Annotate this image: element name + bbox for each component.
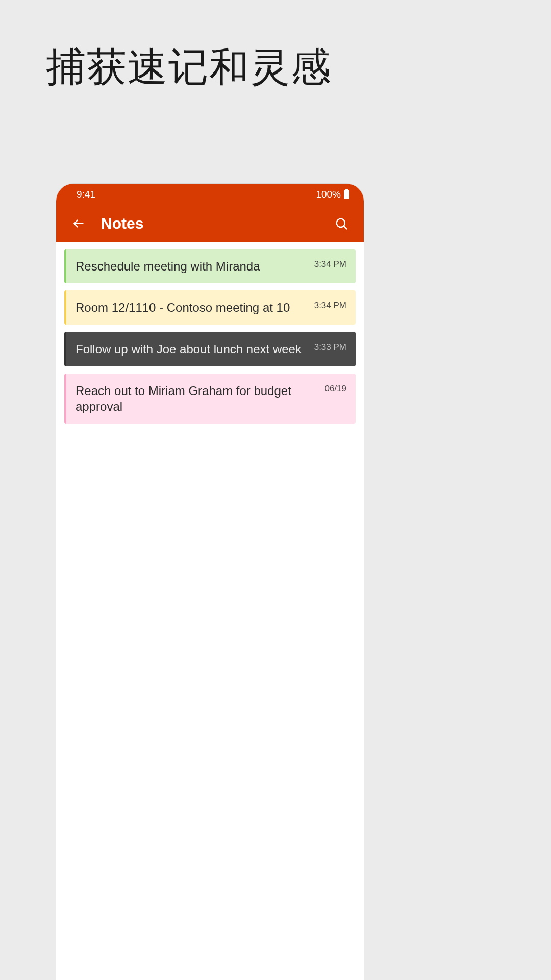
marketing-headline: 捕获速记和灵感 (46, 41, 332, 94)
note-card[interactable]: Reschedule meeting with Miranda 3:34 PM (64, 249, 356, 283)
note-title: Reach out to Miriam Graham for budget ap… (76, 383, 319, 414)
note-title: Follow up with Joe about lunch next week (76, 341, 309, 357)
search-icon[interactable] (331, 213, 352, 234)
back-icon[interactable] (68, 213, 89, 234)
app-bar: Notes (56, 205, 364, 242)
status-battery-label: 100% (316, 189, 341, 200)
notes-list: Reschedule meeting with Miranda 3:34 PM … (56, 242, 364, 431)
note-card[interactable]: Reach out to Miriam Graham for budget ap… (64, 374, 356, 424)
phone-frame: 9:41 100% Notes Reschedule meeting with … (56, 184, 364, 980)
note-title: Reschedule meeting with Miranda (76, 258, 309, 274)
note-title: Room 12/1110 - Contoso meeting at 10 (76, 300, 309, 315)
battery-icon (344, 190, 349, 199)
status-time: 9:41 (77, 189, 95, 200)
status-bar: 9:41 100% (56, 184, 364, 205)
note-card[interactable]: Follow up with Joe about lunch next week… (64, 332, 356, 366)
note-card[interactable]: Room 12/1110 - Contoso meeting at 10 3:3… (64, 290, 356, 325)
note-time: 06/19 (324, 383, 346, 394)
note-time: 3:33 PM (314, 341, 346, 352)
note-time: 3:34 PM (314, 258, 346, 270)
note-time: 3:34 PM (314, 300, 346, 311)
page-title: Notes (101, 215, 331, 232)
svg-line-2 (344, 226, 347, 229)
